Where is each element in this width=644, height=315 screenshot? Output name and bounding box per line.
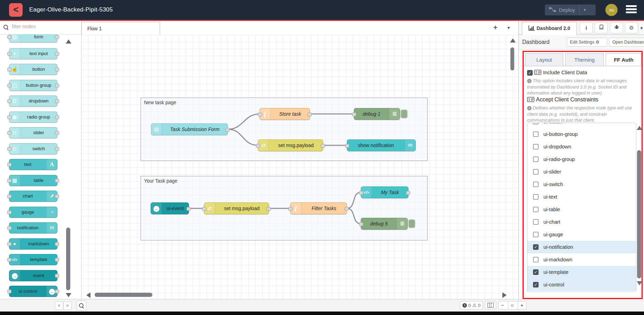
add-flow-button[interactable]: + [493,24,498,32]
palette-scroll-up[interactable] [66,39,71,44]
flow-list-caret-icon[interactable]: ▼ [507,25,511,30]
palette-node-text[interactable]: Atext [9,159,57,170]
palette-collapse-all-button[interactable]: « [55,301,63,310]
palette-node-markdown[interactable]: ➧markdown [9,238,57,249]
palette-node-text-input[interactable]: ⌖text input [9,48,57,59]
edit-settings-button[interactable]: Edit Settings ⚙ [567,38,607,47]
sidebar-scroll-up[interactable] [637,126,642,130]
zoom-reset-button[interactable]: ○ [508,301,516,309]
canvas-vscrollbar-thumb[interactable] [510,47,514,70]
output-port[interactable] [344,207,349,211]
checkbox[interactable] [533,131,539,137]
palette-node-radio-group[interactable]: ◉radio group [9,112,57,123]
node-type-row-ui-chart[interactable]: ui-chart [527,216,636,228]
debug-enable-toggle[interactable] [400,109,408,118]
filter-nodes-input[interactable] [11,23,75,30]
palette-expand-all-button[interactable]: » [63,301,72,310]
node-show-notification[interactable]: ✉show notification [347,139,416,151]
palette-node-table[interactable]: ▦table [9,175,57,186]
palette-node-ui-control[interactable]: →ui control [9,286,57,297]
output-port[interactable] [267,207,271,211]
tab-dashboard-2[interactable]: Dashboard 2.0 [522,22,577,35]
output-port[interactable] [321,144,325,148]
input-port[interactable] [359,222,363,226]
zoom-out-button[interactable]: − [499,301,507,309]
node-type-row-ui-button-group[interactable]: ui-button-group [527,128,636,140]
zoom-in-button[interactable]: + [518,301,526,309]
palette-node-notification[interactable]: ✉notification [9,222,57,233]
palette-node-form[interactable]: ▤form [9,34,57,43]
main-menu-button[interactable] [626,5,637,15]
checkbox[interactable] [533,123,539,124]
node-type-row-ui-table[interactable]: ui-table [527,203,636,216]
search-flows-button[interactable] [77,301,86,310]
input-port[interactable] [288,207,293,211]
notifications-summary[interactable]: !0 ⚠0 [460,301,483,309]
checkbox[interactable] [533,144,539,149]
node-type-row-ui-dropdown[interactable]: ui-dropdown [527,140,636,153]
sidebar-scrollbar-thumb[interactable] [637,150,641,278]
node-task-submission-form[interactable]: ▤Task Submission Form [151,123,228,135]
deploy-button[interactable]: Deploy ▼ [545,5,596,15]
output-port[interactable] [186,207,191,211]
node-store-task[interactable]: fStore task [260,108,310,120]
input-port[interactable] [258,113,262,116]
node-type-row-ui-button[interactable]: ui-button [527,123,636,128]
checkbox[interactable] [533,182,539,187]
node-ui-event[interactable]: →ui-event [151,202,189,214]
tab-theming[interactable]: Theming [565,53,604,66]
palette-node-slider[interactable]: ☵slider [9,127,57,138]
palette-node-chart[interactable]: ↗chart [9,191,57,202]
tab-ff-auth[interactable]: FF Auth [606,53,642,66]
palette-scroll-down[interactable] [66,293,71,297]
canvas-scroll-left[interactable] [86,292,90,298]
config-tab-button[interactable]: ⚙ [625,22,638,33]
node-type-row-ui-control[interactable]: ✓ui-control [527,278,636,291]
input-port[interactable] [345,144,349,148]
checkbox[interactable] [533,169,539,175]
palette-search[interactable] [0,21,81,34]
canvas-scroll-up[interactable] [510,38,516,43]
palette-node-dropdown[interactable]: ☰dropdown [9,95,57,107]
canvas-hscrollbar-thumb[interactable] [95,293,152,297]
palette-node-switch[interactable]: ⊙switch [9,143,57,154]
palette-node-template[interactable]: </>template [9,254,57,265]
checkbox[interactable] [533,207,539,212]
output-port[interactable] [225,128,230,132]
node-filter-tasks[interactable]: fFilter Tasks [290,202,347,214]
node-type-row-ui-template[interactable]: ✓ui-template [527,266,636,278]
checkbox[interactable]: ✓ [533,244,539,250]
palette-node-gauge[interactable]: ◔gauge [9,207,57,218]
palette-scrollbar-thumb[interactable] [66,228,70,290]
checkbox[interactable]: ✓ [533,269,539,275]
node-debug-5[interactable]: ≣debug 5 [361,218,408,230]
sidebar-resize-divider[interactable] [518,21,519,299]
node-set-msg-payload-1[interactable]: ⇄set msg.payload [258,139,323,151]
sidebar-more-tabs-caret-icon[interactable]: ▼ [639,26,644,31]
input-port[interactable] [359,191,363,195]
info-tab-button[interactable]: i [580,22,593,33]
node-type-row-ui-markdown[interactable]: ui-markdown [527,253,636,266]
checkbox[interactable]: ✓ [533,282,539,287]
include-client-data-checkbox[interactable]: ✓ [527,70,533,76]
open-dashboard-button[interactable]: Open Dashboard ⧉ [609,38,644,47]
checkbox[interactable] [533,219,539,225]
tab-flow-1[interactable]: Flow 1 [81,22,160,35]
checkbox[interactable] [533,232,539,237]
node-type-row-ui-switch[interactable]: ui-switch [527,178,636,191]
node-type-row-ui-notification[interactable]: ✓ui-notification [527,241,636,253]
checkbox[interactable] [533,257,539,262]
navigator-toggle-button[interactable] [485,301,496,309]
node-type-row-ui-slider[interactable]: ui-slider [527,166,636,178]
input-port[interactable] [352,113,356,116]
help-tab-button[interactable] [595,22,608,33]
input-port[interactable] [202,207,206,211]
node-set-msg-payload-2[interactable]: ⇄set msg.payload [204,202,269,214]
node-my-task[interactable]: </>My Task [361,186,408,198]
palette-node-event[interactable]: →event [9,270,57,281]
checkbox[interactable] [533,194,539,200]
tab-layout[interactable]: Layout [525,53,563,66]
output-port[interactable] [308,113,312,116]
palette-node-button[interactable]: ☝button [9,64,57,75]
debug-enable-toggle[interactable] [408,219,415,228]
